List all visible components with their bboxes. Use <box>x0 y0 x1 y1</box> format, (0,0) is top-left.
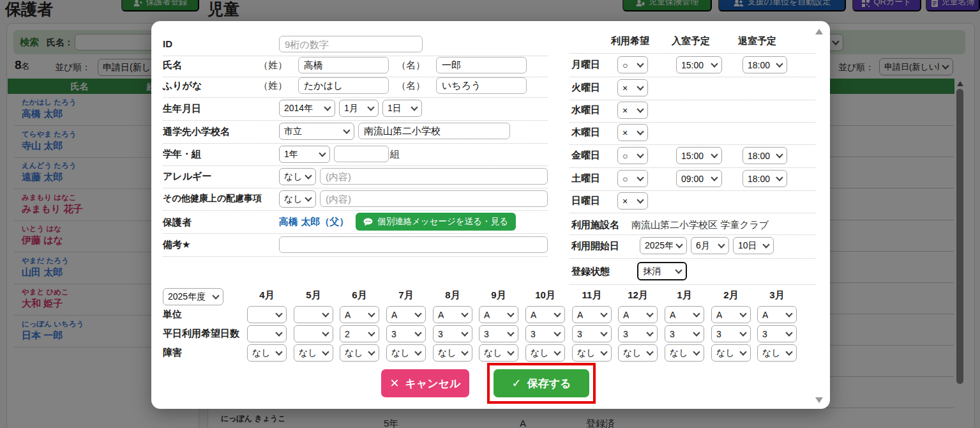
disability-select[interactable]: なし <box>572 344 612 362</box>
weekday-count-select[interactable] <box>247 325 287 342</box>
chevron-down-icon <box>646 310 653 317</box>
use-wish-select[interactable]: ○ <box>617 56 648 73</box>
weekday-count-select[interactable]: 3 <box>525 325 565 342</box>
chevron-down-icon <box>711 151 718 158</box>
birth-day-select[interactable]: 1日 <box>382 100 422 117</box>
family-name-input[interactable] <box>298 57 389 73</box>
unit-select[interactable]: A <box>665 306 704 323</box>
birth-year-select[interactable]: 2014年 <box>279 100 335 117</box>
use-wish-select[interactable]: × <box>617 124 648 141</box>
chevron-down-icon <box>319 149 326 157</box>
chevron-down-icon <box>507 348 514 355</box>
chevron-down-icon <box>675 266 682 273</box>
use-wish-select[interactable]: × <box>617 102 648 119</box>
disability-select[interactable]: なし <box>340 344 379 362</box>
unit-select[interactable]: A <box>386 306 426 323</box>
unit-select[interactable]: A <box>525 306 565 323</box>
unit-select[interactable]: A <box>340 306 379 323</box>
chevron-down-icon <box>368 310 375 317</box>
cancel-button[interactable]: ✕ キャンセル <box>381 369 469 397</box>
note-input[interactable] <box>279 236 548 253</box>
id-input[interactable] <box>279 36 423 52</box>
weekday-count-select[interactable]: 3 <box>479 325 518 342</box>
use-wish-select[interactable]: × <box>617 192 648 210</box>
grade-select[interactable]: 1年 <box>279 146 330 163</box>
disability-select[interactable]: なし <box>247 344 287 362</box>
modal-scroll-up-icon[interactable] <box>815 29 823 34</box>
disability-select[interactable]: なし <box>618 344 658 362</box>
unit-select[interactable]: A <box>618 306 658 323</box>
registration-status-select[interactable]: 抹消 <box>637 262 687 280</box>
leave-time-select[interactable]: 18:00 <box>743 147 787 164</box>
health-select[interactable]: なし <box>279 190 316 208</box>
send-message-button[interactable]: 個別連絡メッセージを送る・見る <box>356 213 516 231</box>
enter-time-select[interactable]: 15:00 <box>676 147 722 164</box>
disability-select[interactable]: なし <box>433 344 472 362</box>
disability-select[interactable]: なし <box>665 344 704 362</box>
save-button[interactable]: ✓ 保存する <box>494 369 589 397</box>
enter-time-select[interactable]: 15:00 <box>676 56 722 73</box>
weekday-count-select[interactable]: 3 <box>386 325 426 342</box>
chevron-down-icon <box>711 174 718 181</box>
chevron-down-icon <box>324 103 331 111</box>
chevron-down-icon <box>507 329 514 336</box>
chevron-down-icon <box>275 348 282 355</box>
allergy-detail-input[interactable] <box>320 168 548 185</box>
start-year-select[interactable]: 2025年 <box>640 237 687 254</box>
weekday-count-select[interactable]: 3 <box>572 325 612 342</box>
chevron-down-icon <box>600 329 607 336</box>
guardian-label: 保護者 <box>163 217 192 229</box>
weekday-count-select[interactable]: 3 <box>665 325 704 342</box>
chevron-down-icon <box>275 329 282 336</box>
chevron-down-icon <box>368 348 375 355</box>
unit-select[interactable] <box>294 306 333 323</box>
weekday-count-select[interactable] <box>294 325 333 342</box>
disability-select[interactable]: なし <box>711 344 751 362</box>
guardian-name-link[interactable]: 高橋 太郎（父） <box>279 216 349 228</box>
use-wish-select[interactable]: × <box>617 79 648 96</box>
modal-scroll-down-icon[interactable] <box>815 397 823 403</box>
disability-select[interactable]: なし <box>525 344 565 362</box>
unit-select[interactable]: A <box>572 306 612 323</box>
given-kana-input[interactable] <box>436 77 527 94</box>
chevron-down-icon <box>693 348 700 355</box>
use-wish-select[interactable]: ○ <box>617 170 648 187</box>
disability-select[interactable]: なし <box>294 344 333 362</box>
leave-time-select[interactable]: 18:00 <box>743 56 787 73</box>
unit-select[interactable]: A <box>757 306 797 323</box>
unit-select[interactable] <box>247 306 287 323</box>
month-header: 4月 <box>247 289 287 302</box>
use-wish-select[interactable]: ○ <box>617 147 648 164</box>
chevron-down-icon <box>414 310 421 317</box>
unit-select[interactable]: A <box>479 306 518 323</box>
chevron-down-icon <box>776 151 783 158</box>
birth-month-select[interactable]: 1月 <box>339 100 379 117</box>
family-kana-input[interactable] <box>298 77 389 94</box>
leave-time-select[interactable]: 18:00 <box>743 170 787 187</box>
fiscal-year-select[interactable]: 2025年度 <box>163 288 223 305</box>
disability-select[interactable]: なし <box>386 344 426 362</box>
enter-time-select[interactable]: 09:00 <box>676 170 722 187</box>
school-name-input[interactable] <box>358 123 510 139</box>
chevron-down-icon <box>646 329 653 336</box>
chevron-down-icon <box>368 329 375 336</box>
weekday-count-select[interactable]: 3 <box>433 325 472 342</box>
disability-select[interactable]: なし <box>479 344 518 362</box>
weekday-count-select[interactable]: 3 <box>711 325 751 342</box>
start-month-select[interactable]: 6月 <box>691 237 729 254</box>
class-input[interactable] <box>334 146 389 162</box>
disability-select[interactable]: なし <box>757 344 797 362</box>
weekday-count-select[interactable]: 2 <box>340 325 379 342</box>
health-detail-input[interactable] <box>320 190 548 207</box>
given-name-input[interactable] <box>436 57 527 73</box>
chevron-down-icon <box>739 348 746 355</box>
start-day-select[interactable]: 10日 <box>733 237 774 254</box>
weekday-count-select[interactable]: 3 <box>618 325 658 342</box>
unit-select[interactable]: A <box>711 306 751 323</box>
leave-time-header: 退室予定 <box>732 35 783 47</box>
chevron-down-icon <box>762 241 769 248</box>
weekday-count-select[interactable]: 3 <box>757 325 797 342</box>
unit-select[interactable]: A <box>433 306 472 323</box>
allergy-select[interactable]: なし <box>279 168 316 185</box>
school-type-select[interactable]: 市立 <box>279 123 354 140</box>
